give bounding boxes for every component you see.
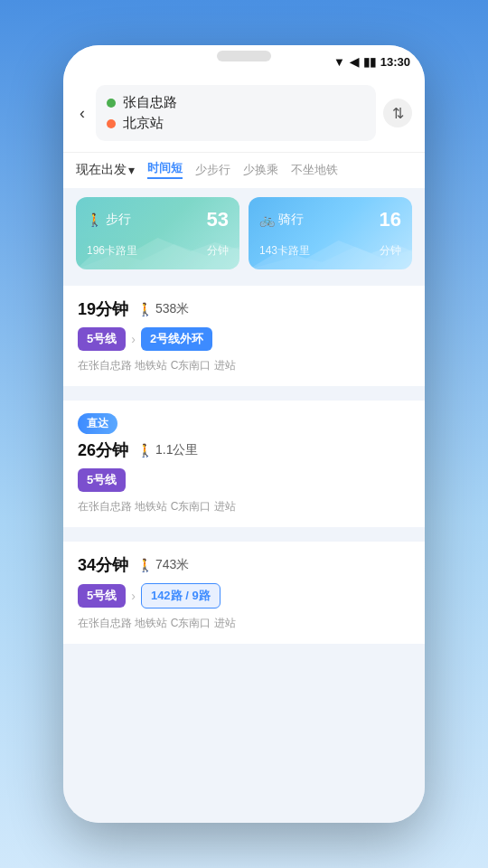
route-card-1[interactable]: 直达 26分钟 🚶 1.1公里 5号线 在张自忠路 地铁站 C东南口 进站: [63, 401, 425, 527]
route-1-note: 在张自忠路 地铁站 C东南口 进站: [78, 499, 410, 514]
route-card-0[interactable]: 19分钟 🚶 538米 5号线 › 2号线外环 在张自忠路 地铁站 C东南口 进…: [63, 286, 425, 386]
filter-now-label: 现在出发: [76, 162, 127, 178]
route-0-line-0: 5号线: [78, 327, 126, 351]
transport-cards: 🚶 步行 53 196卡路里 分钟 🚲 骑行 16: [63, 188, 425, 278]
back-button[interactable]: ‹: [76, 100, 89, 127]
route-0-badges: 5号线 › 2号线外环: [78, 327, 410, 351]
filter-tab-0[interactable]: 时间短: [147, 160, 183, 179]
route-0-time: 19分钟: [78, 298, 128, 320]
route-2-line-1: 142路 / 9路: [141, 583, 221, 609]
wifi-icon: ▼: [333, 55, 345, 69]
route-2-time: 34分钟: [78, 554, 128, 576]
route-1-walk: 🚶 1.1公里: [137, 442, 198, 458]
route-2-badges: 5号线 › 142路 / 9路: [78, 583, 410, 609]
filter-tab-3[interactable]: 不坐地铁: [291, 162, 338, 178]
status-bar: ▼ ◀ ▮▮ 13:30: [63, 45, 425, 78]
walk-icon-2: 🚶: [137, 558, 153, 572]
walk-icon-0: 🚶: [137, 302, 153, 316]
walk-card[interactable]: 🚶 步行 53 196卡路里 分钟: [76, 197, 239, 269]
swap-button[interactable]: ⇅: [383, 99, 412, 127]
route-1-header: 26分钟 🚶 1.1公里: [78, 439, 410, 461]
from-dot: [107, 99, 116, 108]
route-2-header: 34分钟 🚶 743米: [78, 554, 410, 576]
filter-tab-2[interactable]: 少换乘: [243, 162, 278, 178]
route-info: 张自忠路 北京站: [96, 85, 376, 141]
battery-icon: ▮▮: [363, 55, 376, 69]
route-1-direct-badge: 直达: [78, 413, 410, 439]
route-2-line-0: 5号线: [78, 584, 126, 608]
notch: [217, 51, 271, 61]
route-0-note: 在张自忠路 地铁站 C东南口 进站: [78, 358, 410, 373]
route-0-header: 19分钟 🚶 538米: [78, 298, 410, 320]
walk-mode: 🚶 步行: [87, 212, 131, 228]
divider-1: [63, 393, 425, 401]
route-1-badges: 5号线: [78, 468, 410, 492]
route-1-line-0: 5号线: [78, 468, 126, 492]
route-results: 19分钟 🚶 538米 5号线 › 2号线外环 在张自忠路 地铁站 C东南口 进…: [63, 278, 425, 823]
bike-mode-label: 骑行: [278, 212, 304, 228]
walk-dist-1: 1.1公里: [155, 442, 198, 458]
to-row: 北京站: [107, 113, 365, 134]
from-label: 张自忠路: [123, 94, 177, 111]
bike-card[interactable]: 🚲 骑行 16 143卡路里 分钟: [249, 197, 412, 269]
walk-icon: 🚶: [87, 212, 102, 227]
bike-mode: 🚲 骑行: [259, 212, 304, 228]
walk-card-top: 🚶 步行 53: [87, 208, 229, 231]
route-row: ‹ 张自忠路 北京站 ⇅: [76, 85, 412, 141]
bike-time: 16: [380, 208, 401, 231]
bike-card-top: 🚲 骑行 16: [259, 208, 401, 231]
filter-now-chevron: ▾: [128, 163, 135, 177]
divider-2: [63, 534, 425, 542]
phone-frame: ▼ ◀ ▮▮ 13:30 ‹ 张自忠路 北京站 ⇅ 现在出发: [63, 45, 425, 823]
route-0-walk: 🚶 538米: [137, 301, 189, 317]
route-card-2[interactable]: 34分钟 🚶 743米 5号线 › 142路 / 9路 在张自忠路 地铁站 C东…: [63, 542, 425, 644]
walk-mode-label: 步行: [106, 212, 131, 228]
walk-dist-2: 743米: [155, 557, 189, 573]
direct-label: 直达: [78, 413, 117, 434]
route-1-time: 26分钟: [78, 439, 128, 461]
route-0-arrow: ›: [131, 332, 136, 346]
from-row: 张自忠路: [107, 92, 365, 113]
to-label: 北京站: [123, 115, 164, 132]
header: ‹ 张自忠路 北京站 ⇅: [63, 78, 425, 152]
route-2-arrow: ›: [131, 589, 136, 603]
filter-tab-1[interactable]: 少步行: [195, 162, 230, 178]
status-time: 13:30: [380, 55, 410, 69]
signal-icon: ◀: [350, 55, 359, 69]
walk-time: 53: [207, 208, 229, 231]
route-2-note: 在张自忠路 地铁站 C东南口 进站: [78, 616, 410, 631]
walk-icon-1: 🚶: [137, 443, 153, 458]
route-2-walk: 🚶 743米: [137, 557, 189, 573]
to-dot: [107, 119, 116, 128]
status-icons: ▼ ◀ ▮▮ 13:30: [333, 55, 410, 69]
route-0-line-1: 2号线外环: [141, 327, 212, 351]
filter-bar: 现在出发 ▾ 时间短 少步行 少换乘 不坐地铁: [63, 152, 425, 188]
walk-dist-0: 538米: [155, 301, 189, 317]
bike-icon: 🚲: [259, 212, 275, 227]
filter-now[interactable]: 现在出发 ▾: [76, 162, 135, 178]
